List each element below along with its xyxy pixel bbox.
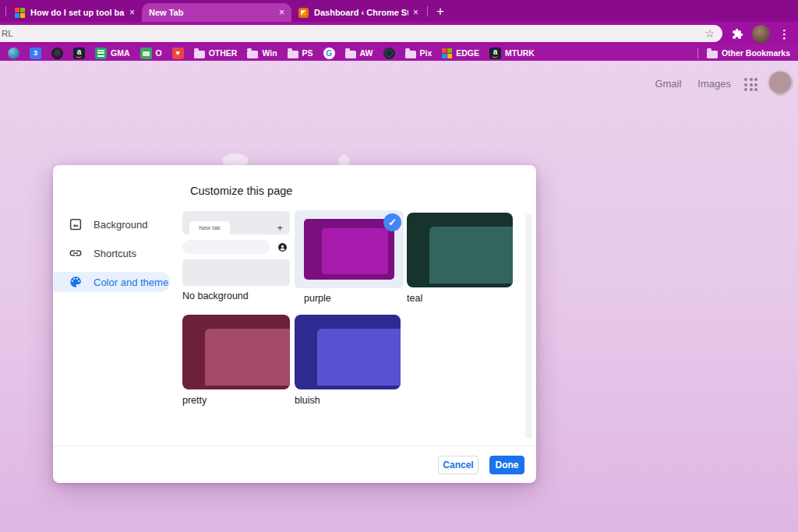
sidebar-label: Shortcuts [94,248,136,259]
tab-close-icon[interactable]: × [129,7,135,18]
background-image-icon [69,217,83,231]
sidebar-label: Background [94,219,147,231]
theme-option-bluish[interactable] [295,315,401,389]
address-bar[interactable]: RL ☆ [0,25,722,42]
amazon-icon: a [489,48,501,59]
bookmark-folder-pix[interactable]: Pix [405,48,433,58]
theme-swatch-inner [317,329,401,386]
cancel-button[interactable]: Cancel [438,456,478,474]
tab-title: New Tab [149,8,274,17]
mini-omnibox [182,240,270,254]
green-app-icon [140,48,152,59]
tab-dashboard-chrome-story[interactable]: Dashboard ‹ Chrome Story — W × [291,3,425,22]
other-bookmarks-label: Other Bookmarks [722,48,790,58]
tab-new-tab-active[interactable]: New Tab × [142,3,291,22]
dark-circle-icon [51,48,63,59]
bookmark-label: MTURK [505,48,535,58]
theme-label-purple: purple [304,293,331,304]
new-tab-button[interactable]: + [436,5,444,18]
theme-swatch-inner [429,227,513,284]
bookmark-item[interactable]: ♥ [172,48,184,59]
bookmark-item[interactable]: 3 [30,48,41,59]
tab-how-do-i-set-up[interactable]: How do I set up tool bar with E × [8,3,142,22]
folder-icon [288,51,298,58]
amazon-icon: a [73,48,85,59]
ntp-header-links: Gmail Images [655,78,731,90]
bookmark-folder-win[interactable]: Win [247,48,277,58]
microsoft-icon [442,48,452,58]
sheets-icon [95,48,107,59]
theme-option-teal[interactable] [407,213,513,287]
bookmark-item-edge[interactable]: EDGE [442,48,479,58]
google-icon: G [323,48,335,59]
microsoft-favicon-icon [15,8,25,18]
google-apps-grid-icon[interactable] [744,78,757,91]
address-bar-text: RL [2,29,704,38]
bookmark-label: Pix [420,48,433,58]
bookmarks-bar: 3 a GMA O ♥ OTHER Win PS G AW Pix EDGE a… [0,45,798,61]
folder-icon [707,51,718,58]
sidebar-item-shortcuts[interactable]: Shortcuts [53,243,170,263]
images-link[interactable]: Images [697,78,731,90]
folder-icon [194,51,205,58]
sidebar-label: Color and theme [94,277,168,288]
bookmark-item-gma[interactable]: GMA [95,48,130,59]
sphere-icon [8,48,19,59]
done-button[interactable]: Done [489,456,524,474]
bookmark-item-mturk[interactable]: aMTURK [489,48,535,59]
theme-label-teal: teal [407,293,422,304]
extensions-puzzle-icon[interactable] [732,28,743,40]
theme-swatch-inner [205,329,290,386]
mini-tabbar: New tab + [182,211,290,234]
bookmark-item-globe[interactable] [383,48,395,59]
sidebar-item-background[interactable]: Background [53,214,170,234]
bookmark-label: Win [262,48,277,58]
bookmark-item-o[interactable]: O [140,48,162,59]
folder-icon [405,51,416,58]
bookmark-label: EDGE [456,48,479,58]
bookmark-folder-other[interactable]: OTHER [194,48,238,58]
bookmark-item[interactable] [51,48,63,59]
ntp-profile-avatar[interactable] [768,70,793,96]
folder-icon [247,51,258,58]
desktop: { "window": { "tabs": [ { "title": "How … [0,0,798,532]
sidebar-item-color-and-theme[interactable]: Color and theme [53,272,170,292]
dialog-title: Customize this page [190,185,292,197]
selected-check-icon: ✓ [383,213,401,231]
mini-toolbar [182,240,290,254]
tab-close-icon[interactable]: × [413,7,418,18]
bookmark-star-icon[interactable]: ☆ [704,27,715,40]
bookmark-label: PS [302,48,313,58]
browser-menu-icon[interactable]: ⋮ [779,28,790,40]
mini-new-tab: New tab [189,221,230,234]
calendar-icon: 3 [30,48,41,59]
bookmark-label: AW [360,48,373,58]
theme-option-no-background[interactable]: New tab + [182,211,290,287]
tab-title: Dashboard ‹ Chrome Story — W [314,8,408,17]
bookmark-item[interactable]: a [73,48,85,59]
other-bookmarks-button[interactable]: Other Bookmarks [697,48,790,58]
bookmark-label: O [156,48,162,58]
bookmark-item[interactable] [8,48,19,59]
theme-option-purple-selected[interactable]: ✓ [295,210,404,288]
bookmark-folder-aw[interactable]: AW [345,48,373,58]
bookmark-label: GMA [111,48,130,58]
tab-close-icon[interactable]: × [279,7,284,18]
theme-option-pretty[interactable] [182,315,290,389]
dialog-scrollbar[interactable] [525,214,532,439]
toolbar-actions: ⋮ [722,25,798,43]
theme-swatch-purple [304,219,394,280]
mini-person-icon [277,241,288,255]
mini-content-area [182,259,290,286]
globe-icon [383,48,395,59]
bookmark-folder-ps[interactable]: PS [288,48,313,58]
profile-avatar[interactable] [752,25,770,43]
folder-icon [345,51,356,58]
heart-icon: ♥ [172,48,184,59]
theme-label-bluish: bluish [295,395,320,406]
gmail-link[interactable]: Gmail [655,78,681,90]
bookmark-item-google[interactable]: G [323,48,335,59]
theme-label-pretty: pretty [182,395,207,406]
bookmark-label: OTHER [209,48,238,58]
customize-page-dialog: Customize this page Background Shortcuts… [53,165,536,483]
